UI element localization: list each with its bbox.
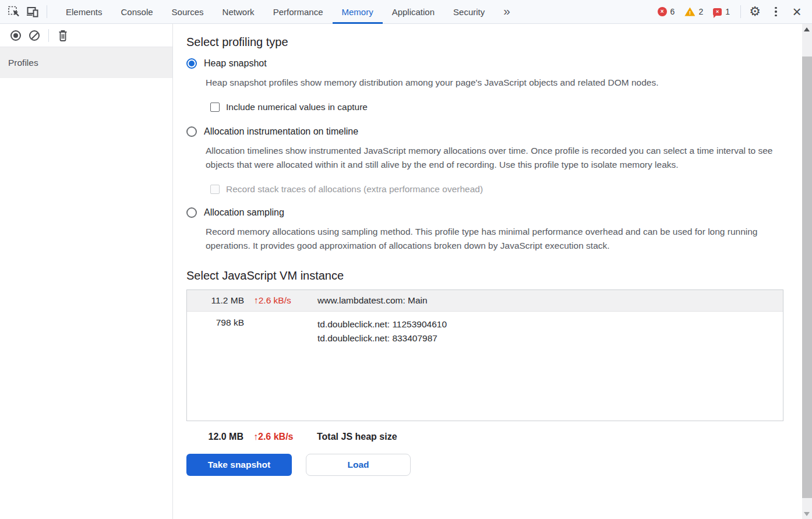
devtools-tabbar: Elements Console Sources Network Perform…	[0, 0, 812, 24]
status-badges: × 6 ! 2 × 1	[658, 7, 730, 16]
vm-heap-rate	[254, 317, 308, 345]
allocation-instrumentation-label: Allocation instrumentation on timeline	[204, 126, 358, 137]
heap-snapshot-description: Heap snapshot profiles show memory distr…	[206, 76, 779, 90]
clear-profiles-button[interactable]	[25, 26, 44, 45]
take-snapshot-button[interactable]: Take snapshot	[186, 454, 292, 476]
warning-icon: !	[684, 8, 695, 16]
three-dot-menu-icon	[775, 7, 777, 17]
close-devtools-button[interactable]: ×	[788, 2, 806, 21]
profiling-type-heading: Select profiling type	[186, 36, 802, 49]
warning-badge[interactable]: ! 2	[684, 7, 703, 16]
settings-button[interactable]: ⚙	[746, 2, 764, 21]
error-count: 6	[670, 7, 675, 16]
inspect-cursor-icon	[8, 5, 20, 18]
issues-icon: ×	[713, 8, 722, 16]
vm-heap-size: 11.2 MB	[187, 295, 244, 306]
radio-unselected-icon[interactable]	[186, 207, 197, 218]
close-icon: ×	[792, 4, 801, 19]
allocation-instrumentation-description: Allocation timelines show instrumented J…	[206, 144, 779, 172]
issues-badge[interactable]: × 1	[713, 7, 730, 16]
tabbar-right-icons: ⚙ ×	[746, 2, 806, 21]
vm-instance-name: td.doubleclick.net: 11253904610	[317, 317, 783, 331]
radio-allocation-instrumentation[interactable]: Allocation instrumentation on timeline	[186, 126, 802, 137]
checkbox-record-stack-traces: Record stack traces of allocations (extr…	[210, 184, 802, 195]
tab-memory[interactable]: Memory	[333, 0, 383, 24]
toolbar-divider	[47, 5, 47, 18]
memory-panel: Select profiling type Heap snapshot Heap…	[173, 24, 802, 519]
tab-elements[interactable]: Elements	[57, 0, 112, 24]
vm-heap-size: 798 kB	[187, 317, 244, 345]
action-buttons: Take snapshot Load	[186, 454, 802, 476]
scroll-down-arrow-icon[interactable]	[804, 512, 810, 516]
heap-snapshot-label: Heap snapshot	[204, 58, 267, 69]
total-heap-rate: ↑2.6 kB/s	[253, 432, 307, 442]
vm-instance-names: td.doubleclick.net: 11253904610 td.doubl…	[317, 317, 783, 345]
vertical-scrollbar[interactable]	[802, 24, 812, 519]
delete-profile-button[interactable]	[54, 26, 72, 45]
scroll-up-arrow-icon[interactable]	[804, 27, 810, 31]
radio-selected-icon[interactable]	[186, 58, 197, 69]
allocation-sampling-label: Allocation sampling	[204, 207, 284, 218]
devtools-window: Elements Console Sources Network Perform…	[0, 0, 812, 519]
vm-instance-heading: Select JavaScript VM instance	[186, 269, 802, 283]
issues-count: 1	[725, 7, 730, 16]
record-icon	[10, 30, 21, 41]
checkbox-icon[interactable]	[210, 103, 220, 112]
tab-console[interactable]: Console	[112, 0, 163, 24]
profiles-label: Profiles	[8, 58, 38, 68]
vm-instance-table: 11.2 MB ↑2.6 kB/s www.lambdatest.com: Ma…	[186, 289, 783, 421]
customize-devtools-button[interactable]	[767, 2, 785, 21]
error-icon: ×	[658, 7, 667, 16]
radio-unselected-icon[interactable]	[186, 126, 197, 137]
record-stack-traces-label: Record stack traces of allocations (extr…	[226, 184, 483, 195]
vm-instance-name: www.lambdatest.com: Main	[317, 294, 783, 308]
radio-allocation-sampling[interactable]: Allocation sampling	[186, 207, 802, 218]
inspect-element-button[interactable]	[5, 2, 23, 21]
vm-row-main[interactable]: 11.2 MB ↑2.6 kB/s www.lambdatest.com: Ma…	[187, 290, 783, 312]
trash-icon	[57, 29, 69, 42]
tabbar-right-divider	[740, 5, 741, 18]
tab-application[interactable]: Application	[383, 0, 444, 24]
memory-sidebar: Profiles	[0, 24, 173, 519]
total-heap-label: Total JS heap size	[317, 432, 802, 442]
warning-count: 2	[698, 7, 703, 16]
device-toolbar-icon	[26, 5, 39, 18]
total-heap-row: 12.0 MB ↑2.6 kB/s Total JS heap size	[186, 432, 802, 442]
total-heap-size: 12.0 MB	[186, 432, 243, 442]
vm-row-doubleclick[interactable]: 798 kB td.doubleclick.net: 11253904610 t…	[187, 312, 783, 351]
tab-network[interactable]: Network	[213, 0, 264, 24]
sidebar-item-profiles[interactable]: Profiles	[0, 47, 172, 78]
vm-heap-rate: ↑2.6 kB/s	[254, 295, 308, 306]
panel-tabs: Elements Console Sources Network Perform…	[57, 0, 494, 24]
devtools-body: Profiles Select profiling type Heap snap…	[0, 24, 812, 519]
error-badge[interactable]: × 6	[658, 7, 675, 16]
profiles-toolbar	[0, 24, 172, 47]
tab-performance[interactable]: Performance	[264, 0, 333, 24]
checkbox-include-numerical-values[interactable]: Include numerical values in capture	[210, 102, 802, 112]
allocation-sampling-description: Record memory allocations using sampling…	[206, 225, 779, 253]
scrollbar-thumb[interactable]	[802, 57, 812, 498]
include-numerical-values-label: Include numerical values in capture	[226, 102, 368, 112]
tab-security[interactable]: Security	[444, 0, 494, 24]
vm-instance-name: td.doubleclick.net: 833407987	[317, 331, 783, 345]
load-button[interactable]: Load	[306, 454, 411, 476]
sidebar-toolbar-divider	[48, 29, 49, 42]
gear-icon: ⚙	[749, 5, 761, 18]
toggle-device-toolbar-button[interactable]	[23, 2, 42, 21]
clear-icon	[29, 30, 40, 41]
start-profiling-button[interactable]	[6, 26, 25, 45]
radio-heap-snapshot[interactable]: Heap snapshot	[186, 58, 802, 69]
tab-sources[interactable]: Sources	[163, 0, 213, 24]
more-tabs-icon[interactable]: »	[503, 5, 510, 19]
checkbox-disabled-icon	[210, 185, 220, 194]
